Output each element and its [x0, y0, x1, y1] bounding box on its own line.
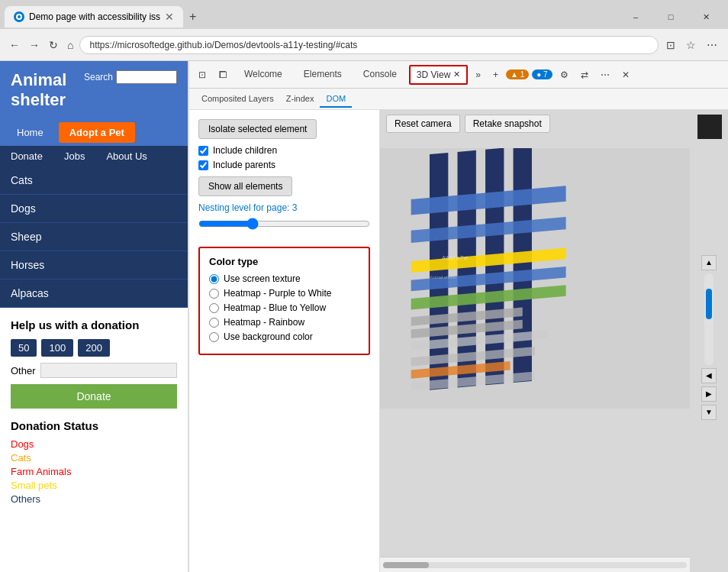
url-bar[interactable]: https://microsoftedge.github.io/Demos/de… — [79, 36, 659, 54]
device-emulation-button[interactable]: ⧠ — [214, 67, 232, 82]
status-farm-animals: Farm Animals — [11, 466, 177, 477]
svg-rect-5 — [485, 148, 504, 385]
heatmap-rainbow-radio[interactable] — [209, 318, 219, 328]
scroll-left-button[interactable]: ◀ — [701, 368, 717, 383]
donate-button[interactable]: Donate — [11, 384, 177, 409]
include-parents-label[interactable]: Include parents — [213, 160, 275, 170]
tab-favicon — [14, 11, 24, 22]
collections-button[interactable]: ⊡ — [662, 36, 680, 54]
heatmap-rainbow-label[interactable]: Heatmap - Rainbow — [224, 317, 304, 328]
website-panel: Animal shelter Search Home Adopt a Pet D… — [0, 61, 188, 572]
animal-item-sheep[interactable]: Sheep — [0, 223, 188, 251]
show-all-elements-button[interactable]: Show all elements — [198, 176, 292, 196]
sub-tab-zindex[interactable]: Z-index — [280, 91, 321, 108]
view-controls: Isolate selected element Include childre… — [189, 110, 380, 572]
animal-item-cats[interactable]: Cats — [0, 166, 188, 195]
tab-3dview[interactable]: 3D View ✕ — [409, 65, 468, 85]
new-tab-button[interactable]: + — [183, 7, 202, 27]
amount-100-button[interactable]: 100 — [41, 339, 73, 357]
sub-tab-dom[interactable]: DOM — [320, 91, 352, 108]
donation-status-title: Donation Status — [11, 419, 177, 432]
site-title-line2: shelter — [11, 90, 66, 109]
window-controls: – □ ✕ — [618, 5, 723, 29]
amount-200-button[interactable]: 200 — [78, 339, 110, 357]
retake-snapshot-button[interactable]: Retake snapshot — [465, 115, 550, 133]
tab-elements[interactable]: Elements — [295, 64, 351, 86]
settings-button[interactable]: ⚙ — [556, 67, 573, 82]
include-parents-row: Include parents — [198, 160, 370, 170]
include-children-row: Include children — [198, 145, 370, 156]
background-color-label[interactable]: Use background color — [224, 331, 313, 342]
status-small-pets: Small pets — [11, 480, 177, 491]
search-input[interactable] — [116, 70, 177, 84]
status-dogs: Dogs — [11, 438, 177, 450]
screen-texture-radio[interactable] — [209, 274, 219, 284]
tab-3dview-close[interactable]: ✕ — [453, 69, 460, 79]
heatmap-purple-radio[interactable] — [209, 289, 219, 299]
tab-console[interactable]: Console — [354, 64, 406, 86]
favorites-button[interactable]: ☆ — [681, 36, 701, 54]
active-tab[interactable]: Demo page with accessibility iss ✕ — [5, 6, 183, 27]
heatmap-purple-label[interactable]: Heatmap - Purple to White — [224, 288, 331, 299]
nesting-slider[interactable] — [198, 218, 370, 230]
tab-close-btn[interactable]: ✕ — [165, 11, 174, 23]
other-amount-input[interactable] — [40, 363, 177, 378]
amount-50-button[interactable]: 50 — [11, 339, 37, 357]
devtools-close-button[interactable]: ✕ — [617, 67, 634, 82]
maximize-button[interactable]: □ — [653, 5, 688, 29]
scrollbar-thumb[interactable] — [706, 289, 712, 319]
close-button[interactable]: ✕ — [688, 5, 723, 29]
sub-tab-composited[interactable]: Composited Layers — [195, 91, 280, 108]
more-button[interactable]: ⋯ — [596, 67, 614, 82]
heatmap-blue-radio[interactable] — [209, 303, 219, 313]
add-tab-button[interactable]: + — [488, 67, 503, 82]
scroll-right-button[interactable]: ▶ — [701, 386, 717, 402]
blue-badge: ● 7 — [532, 69, 552, 79]
viewport-scrollbar-vertical[interactable]: ▲ ◀ ▶ ▼ — [690, 148, 728, 526]
more-tools-button[interactable]: ⋯ — [702, 36, 722, 54]
back-button[interactable]: ← — [6, 36, 23, 54]
nesting-label: Nesting level for page: 3 — [198, 202, 370, 213]
include-children-checkbox[interactable] — [198, 146, 208, 156]
animal-item-alpacas[interactable]: Alpacas — [0, 280, 188, 308]
minimize-button[interactable]: – — [618, 5, 653, 29]
home-button[interactable]: ⌂ — [64, 36, 76, 54]
isolate-selected-button[interactable]: Isolate selected element — [198, 119, 317, 139]
viewport-3d: Reset camera Retake snapshot — [380, 110, 728, 572]
scroll-up-button[interactable]: ▲ — [701, 255, 717, 270]
adopt-nav-link[interactable]: Adopt a Pet — [59, 122, 135, 143]
svg-point-1 — [18, 15, 21, 18]
main-layout: Animal shelter Search Home Adopt a Pet D… — [0, 61, 728, 572]
radio-heatmap-blue: Heatmap - Blue to Yellow — [209, 302, 359, 313]
screen-texture-label[interactable]: Use screen texture — [224, 273, 301, 284]
more-tabs-button[interactable]: » — [471, 67, 485, 82]
jobs-nav-link[interactable]: Jobs — [53, 146, 95, 166]
background-color-radio[interactable] — [209, 332, 219, 342]
viewport-scrollbar-horizontal[interactable] — [380, 557, 690, 572]
forward-button[interactable]: → — [26, 36, 43, 54]
donate-nav-link[interactable]: Donate — [0, 146, 53, 166]
tab-welcome[interactable]: Welcome — [235, 64, 292, 86]
radio-background-color: Use background color — [209, 331, 359, 342]
animal-item-dogs[interactable]: Dogs — [0, 195, 188, 223]
home-nav-link[interactable]: Home — [6, 122, 54, 143]
scroll-down-button[interactable]: ▼ — [701, 405, 717, 420]
include-parents-checkbox[interactable] — [198, 160, 208, 170]
h-scrollbar-thumb[interactable] — [383, 562, 429, 568]
donation-section: Help us with a donation 50 100 200 Other… — [0, 308, 188, 419]
about-nav-link[interactable]: About Us — [95, 146, 157, 166]
animal-item-horses[interactable]: Horses — [0, 251, 188, 280]
tab-title: Demo page with accessibility iss — [29, 11, 160, 22]
refresh-button[interactable]: ↻ — [46, 36, 61, 54]
inspect-element-button[interactable]: ⊡ — [194, 67, 211, 82]
donation-title: Help us with a donation — [11, 318, 177, 331]
browser-chrome: Demo page with accessibility iss ✕ + – □… — [0, 0, 728, 61]
site-header: Animal shelter Search — [0, 61, 188, 119]
network-button[interactable]: ⇄ — [576, 67, 593, 82]
heatmap-blue-label[interactable]: Heatmap - Blue to Yellow — [224, 302, 326, 313]
nav-links: Donate Jobs About Us — [0, 146, 188, 166]
viewport-toolbar: Reset camera Retake snapshot — [380, 110, 728, 137]
include-children-label[interactable]: Include children — [213, 145, 277, 156]
devtools-panel: ⊡ ⧠ Welcome Elements Console 3D View ✕ »… — [188, 61, 728, 572]
reset-camera-button[interactable]: Reset camera — [386, 115, 460, 133]
